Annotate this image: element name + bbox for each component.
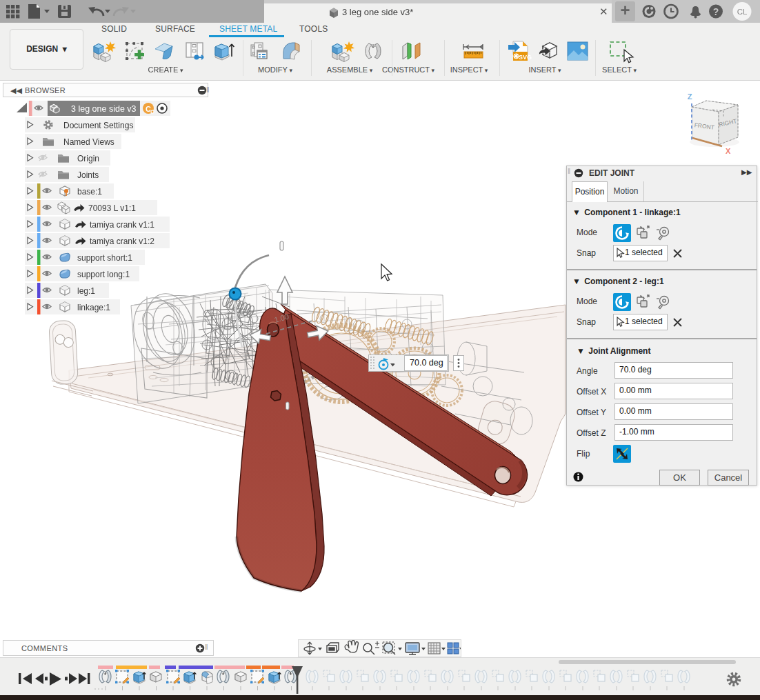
svg-text:Named Views: Named Views	[63, 137, 114, 147]
svg-text:Z: Z	[688, 92, 692, 101]
svg-text:CL: CL	[737, 8, 748, 16]
svg-text:Document Settings: Document Settings	[63, 121, 133, 130]
svg-text:tamiya crank v1:2: tamiya crank v1:2	[90, 237, 154, 246]
svg-text:Joints: Joints	[77, 170, 99, 180]
svg-text:X: X	[726, 147, 731, 155]
svg-text:support short:1: support short:1	[77, 253, 132, 263]
svg-text:?: ?	[713, 6, 719, 17]
svg-text:leg:1: leg:1	[77, 286, 95, 296]
svg-text:Origin: Origin	[77, 154, 99, 163]
svg-text:C: C	[146, 105, 151, 113]
svg-text:tamiya crank v1:1: tamiya crank v1:1	[90, 220, 154, 230]
svg-text:3 leg one side v3: 3 leg one side v3	[71, 104, 137, 114]
svg-text:base:1: base:1	[77, 187, 102, 197]
svg-text:support long:1: support long:1	[77, 270, 130, 279]
svg-text:linkage:1: linkage:1	[77, 303, 110, 312]
svg-text:70093 L v1:1: 70093 L v1:1	[88, 203, 136, 213]
